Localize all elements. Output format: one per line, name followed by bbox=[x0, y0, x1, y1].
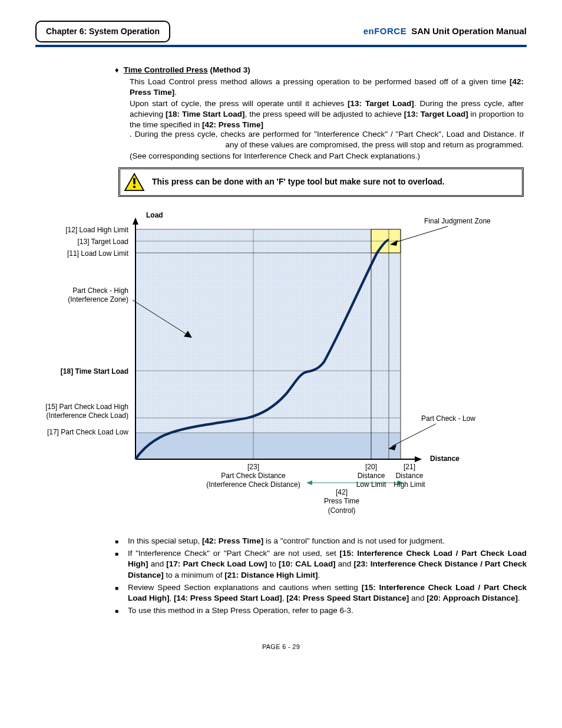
body-text: ♦ Time Controlled Press (Method 3) This … bbox=[35, 65, 527, 197]
xlab-20b: Distance bbox=[358, 472, 385, 480]
chapter-box: Chapter 6: System Operation bbox=[35, 21, 170, 42]
chart-svg: Final Judgment Zone Part Check - Low Loa… bbox=[0, 206, 507, 524]
ylab-l15: [15] Part Check Load High bbox=[45, 403, 128, 411]
paragraph: (See corresponding sections for Interfer… bbox=[130, 151, 524, 162]
xlab-21a: [21] bbox=[404, 463, 415, 471]
brand-logo: enFORCE bbox=[363, 25, 407, 37]
ylab-pch: Part Check - High bbox=[72, 286, 128, 295]
note-item: ■To use this method in a Step Press Oper… bbox=[115, 605, 527, 616]
xlab-23a: [23] bbox=[247, 463, 259, 471]
svg-rect-5 bbox=[135, 229, 401, 459]
ylab-icl: (Interference Check Load) bbox=[47, 411, 128, 420]
xlab-21b: Distance bbox=[396, 472, 424, 480]
annotation-fjz: Final Judgment Zone bbox=[424, 217, 491, 225]
ylab-l13: [13] Target Load bbox=[77, 238, 128, 246]
note-text: If "Interference Check" or "Part Check" … bbox=[128, 548, 527, 581]
svg-line-25 bbox=[394, 226, 448, 243]
xlab-42a: [42] bbox=[336, 488, 348, 496]
page-header: Chapter 6: System Operation enFORCE SAN … bbox=[35, 21, 527, 47]
section-title-rest: (Method 3) bbox=[208, 65, 250, 74]
note-text: To use this method in a Step Press Opera… bbox=[128, 605, 527, 616]
paragraph: Upon start of cycle, the press will oper… bbox=[130, 98, 524, 131]
diamond-bullet-icon: ♦ bbox=[115, 65, 119, 75]
xlab-20a: [20] bbox=[365, 463, 377, 471]
ylab-l17: [17] Part Check Load Low bbox=[47, 428, 128, 436]
svg-rect-1 bbox=[133, 178, 135, 185]
svg-rect-2 bbox=[133, 186, 135, 188]
xlabel: Distance bbox=[430, 454, 459, 463]
xlab-23b: Part Check Distance bbox=[221, 472, 286, 480]
xlab-23c: (Interference Check Distance) bbox=[206, 480, 300, 489]
annotation-pcl: Part Check - Low bbox=[421, 414, 475, 423]
note-item: ■In this special setup, [42: Press Time]… bbox=[115, 536, 527, 546]
paragraph: This Load Control press method allows a … bbox=[130, 77, 524, 98]
note-item: ■Review Speed Section explanations and c… bbox=[115, 582, 527, 604]
square-bullet-icon: ■ bbox=[115, 582, 122, 604]
chart-figure: Final Judgment Zone Part Check - Low Loa… bbox=[0, 206, 527, 524]
note-text: Review Speed Section explanations and ca… bbox=[128, 582, 527, 604]
ylab-l11: [11] Load Low Limit bbox=[67, 249, 129, 258]
square-bullet-icon: ■ bbox=[115, 605, 122, 616]
notes-list: ■In this special setup, [42: Press Time]… bbox=[35, 536, 527, 617]
paragraph: . During the press cycle, checks are per… bbox=[130, 129, 524, 150]
square-bullet-icon: ■ bbox=[115, 536, 122, 546]
section-title-underline: Time Controlled Press bbox=[124, 65, 208, 74]
svg-rect-6 bbox=[135, 433, 401, 459]
manual-title: enFORCE SAN Unit Operation Manual bbox=[363, 25, 527, 37]
xlab-42c: (Control) bbox=[328, 506, 356, 515]
square-bullet-icon: ■ bbox=[115, 548, 122, 581]
manual-name: SAN Unit Operation Manual bbox=[411, 25, 527, 37]
note-text: In this special setup, [42: Press Time] … bbox=[128, 536, 527, 546]
warning-text: This press can be done with an 'F' type … bbox=[152, 176, 445, 187]
xlab-20c: Low Limit bbox=[356, 480, 386, 489]
svg-marker-9 bbox=[133, 218, 138, 225]
xlab-42b: Press Time bbox=[324, 497, 359, 505]
warning-box: This press can be done with an 'F' type … bbox=[118, 167, 524, 197]
warning-icon bbox=[124, 173, 145, 192]
ylab-l18: [18] Time Start Load bbox=[61, 367, 128, 375]
svg-marker-11 bbox=[415, 456, 422, 462]
ylab-iz: (Interference Zone) bbox=[68, 295, 128, 304]
page-footer: PAGE 6 - 29 bbox=[35, 643, 527, 651]
svg-marker-23 bbox=[306, 480, 312, 485]
ylabel: Load bbox=[146, 211, 163, 219]
xlab-21c: High Limit bbox=[394, 480, 425, 489]
section-heading: ♦ Time Controlled Press (Method 3) bbox=[115, 65, 524, 75]
note-item: ■If "Interference Check" or "Part Check"… bbox=[115, 548, 527, 581]
ylab-l12: [12] Load High Limit bbox=[65, 226, 128, 234]
section-title: Time Controlled Press (Method 3) bbox=[124, 65, 250, 75]
